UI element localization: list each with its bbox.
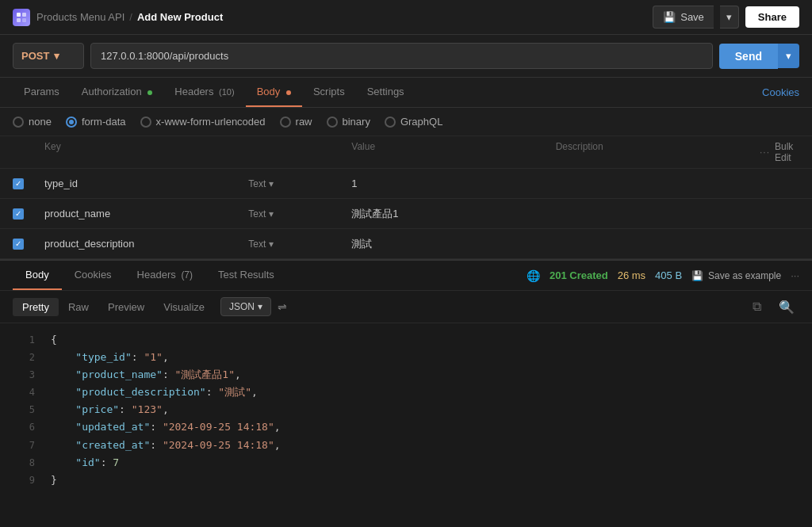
save-button[interactable]: 💾 Save bbox=[653, 6, 714, 29]
table-header: Key Value Description ··· Bulk Edit bbox=[0, 136, 812, 169]
row2-checkbox[interactable]: ✓ bbox=[13, 208, 24, 220]
response-panel: Body Cookies Headers (7) Test Results 🌐 … bbox=[0, 259, 812, 497]
row1-type-label: Text bbox=[248, 178, 266, 189]
method-label: POST bbox=[21, 50, 49, 62]
json-format-select[interactable]: JSON ▾ bbox=[220, 297, 271, 316]
row3-type[interactable]: Text ▾ bbox=[248, 239, 351, 250]
row2-key[interactable]: product_name bbox=[44, 208, 248, 220]
row2-type[interactable]: Text ▾ bbox=[248, 208, 351, 220]
breadcrumb: Products Menu API / Add New Product bbox=[36, 11, 223, 23]
headers-badge: (10) bbox=[219, 87, 235, 97]
col-description: Description bbox=[556, 141, 760, 163]
body-type-radio-group: none form-data x-www-form-urlencoded raw… bbox=[0, 108, 812, 136]
response-code-area: 1 { 2 "type_id": "1", 3 "product_name": … bbox=[0, 323, 812, 497]
format-tab-preview[interactable]: Preview bbox=[98, 298, 154, 316]
radio-none[interactable]: none bbox=[13, 116, 52, 128]
url-bar: POST ▾ 127.0.0.1:8000/api/products Send … bbox=[0, 35, 812, 78]
row2-value[interactable]: 測試產品1 bbox=[351, 207, 555, 221]
col-checkbox bbox=[13, 141, 44, 163]
row3-checkbox[interactable]: ✓ bbox=[13, 239, 24, 250]
copy-icon[interactable]: ⧉ bbox=[748, 298, 766, 316]
tab-params[interactable]: Params bbox=[13, 78, 71, 107]
response-size: 405 B bbox=[655, 269, 682, 281]
format-tab-raw[interactable]: Raw bbox=[59, 298, 98, 316]
radio-raw-label: raw bbox=[296, 116, 312, 128]
row2-type-label: Text bbox=[248, 208, 266, 220]
header-right: 💾 Save ▾ Share bbox=[653, 6, 799, 29]
bulk-edit[interactable]: ··· Bulk Edit bbox=[760, 141, 799, 163]
authorization-dot bbox=[147, 90, 152, 95]
radio-raw[interactable]: raw bbox=[280, 116, 312, 128]
table-row: ✓ type_id Text ▾ 1 bbox=[0, 169, 812, 199]
response-tab-test-results[interactable]: Test Results bbox=[205, 261, 287, 290]
share-button[interactable]: Share bbox=[745, 6, 799, 28]
tab-body[interactable]: Body bbox=[246, 78, 302, 107]
request-tabs: Params Authorization Headers (10) Body S… bbox=[0, 78, 812, 108]
method-select[interactable]: POST ▾ bbox=[13, 43, 84, 69]
svg-rect-2 bbox=[17, 18, 21, 22]
cookies-link[interactable]: Cookies bbox=[762, 86, 799, 98]
format-tabs: Pretty Raw Preview Visualize JSON ▾ ⇌ ⧉ … bbox=[0, 291, 812, 323]
radio-none-label: none bbox=[29, 116, 52, 128]
row1-checkbox[interactable]: ✓ bbox=[13, 178, 24, 189]
radio-form-data[interactable]: form-data bbox=[66, 116, 126, 128]
radio-form-data-label: form-data bbox=[82, 116, 126, 128]
check-icon: ✓ bbox=[15, 240, 21, 248]
table-row: ✓ product_description Text ▾ 測試 bbox=[0, 229, 812, 259]
row1-key[interactable]: type_id bbox=[44, 178, 248, 189]
radio-circle-graphql bbox=[385, 116, 396, 128]
filter-icon[interactable]: ⇌ bbox=[278, 300, 287, 313]
tab-settings[interactable]: Settings bbox=[356, 78, 416, 107]
format-right-actions: ⧉ 🔍 bbox=[748, 298, 799, 316]
row3-checkbox-wrap[interactable]: ✓ bbox=[13, 239, 44, 250]
table-row: ✓ product_name Text ▾ 測試產品1 bbox=[0, 199, 812, 229]
search-icon[interactable]: 🔍 bbox=[774, 298, 799, 316]
code-line-1: 1 { bbox=[0, 331, 812, 349]
row1-value[interactable]: 1 bbox=[351, 178, 555, 189]
tab-scripts[interactable]: Scripts bbox=[302, 78, 356, 107]
response-status: 🌐 201 Created 26 ms 405 B 💾 Save as exam… bbox=[527, 269, 799, 282]
row3-key[interactable]: product_description bbox=[44, 238, 248, 250]
send-button[interactable]: Send bbox=[719, 44, 778, 69]
header: Products Menu API / Add New Product 💾 Sa… bbox=[0, 0, 812, 35]
send-chevron-button[interactable]: ▾ bbox=[778, 44, 799, 68]
body-dot bbox=[286, 90, 291, 95]
code-line-9: 9 } bbox=[0, 472, 812, 489]
svg-rect-0 bbox=[17, 13, 21, 17]
code-line-2: 2 "type_id": "1", bbox=[0, 349, 812, 366]
url-input[interactable]: 127.0.0.1:8000/api/products bbox=[90, 43, 713, 69]
row3-value[interactable]: 測試 bbox=[351, 237, 555, 251]
radio-circle-raw bbox=[280, 116, 291, 128]
check-icon: ✓ bbox=[15, 210, 21, 218]
radio-graphql[interactable]: GraphQL bbox=[385, 116, 442, 128]
row2-type-chevron: ▾ bbox=[269, 208, 274, 220]
code-line-7: 7 "created_at": "2024-09-25 14:18", bbox=[0, 437, 812, 454]
breadcrumb-parent[interactable]: Products Menu API bbox=[36, 11, 124, 23]
format-select-chevron: ▾ bbox=[258, 301, 262, 312]
response-tab-body[interactable]: Body bbox=[13, 261, 62, 290]
breadcrumb-current: Add New Product bbox=[137, 11, 223, 23]
row1-checkbox-wrap[interactable]: ✓ bbox=[13, 178, 44, 189]
col-value: Value bbox=[351, 141, 555, 163]
save-example-label: Save as example bbox=[708, 270, 781, 281]
more-options-icon[interactable]: ··· bbox=[791, 269, 799, 281]
tab-headers[interactable]: Headers (10) bbox=[163, 78, 245, 107]
save-example-button[interactable]: 💾 Save as example bbox=[691, 270, 781, 281]
radio-binary[interactable]: binary bbox=[327, 116, 370, 128]
row1-type[interactable]: Text ▾ bbox=[248, 178, 351, 189]
response-tab-headers[interactable]: Headers (7) bbox=[124, 261, 205, 290]
radio-urlencoded-label: x-www-form-urlencoded bbox=[156, 116, 266, 128]
format-tab-pretty[interactable]: Pretty bbox=[13, 298, 59, 316]
svg-rect-1 bbox=[22, 13, 26, 17]
method-chevron-icon: ▾ bbox=[54, 50, 59, 62]
radio-urlencoded[interactable]: x-www-form-urlencoded bbox=[140, 116, 266, 128]
tab-authorization[interactable]: Authorization bbox=[71, 78, 164, 107]
row1-type-chevron: ▾ bbox=[269, 178, 274, 189]
radio-circle-binary bbox=[327, 116, 338, 128]
save-chevron-button[interactable]: ▾ bbox=[720, 6, 739, 29]
response-tab-cookies[interactable]: Cookies bbox=[62, 261, 124, 290]
radio-graphql-label: GraphQL bbox=[400, 116, 442, 128]
row2-checkbox-wrap[interactable]: ✓ bbox=[13, 208, 44, 220]
format-tab-visualize[interactable]: Visualize bbox=[154, 298, 214, 316]
header-left: Products Menu API / Add New Product bbox=[13, 9, 223, 26]
